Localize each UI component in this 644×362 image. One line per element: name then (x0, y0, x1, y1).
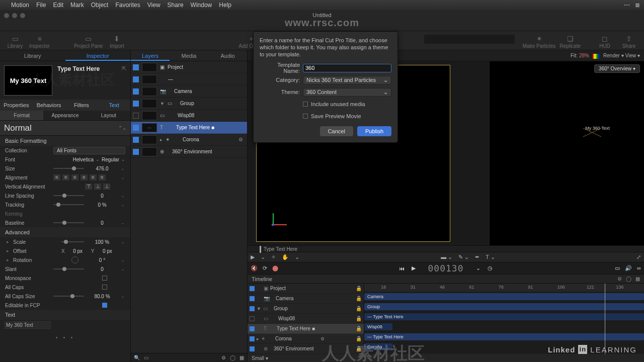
monospace-checkbox[interactable] (102, 276, 107, 281)
theme-select[interactable]: 360 Content⌄ (303, 88, 391, 97)
tab-library[interactable]: Library (0, 50, 65, 61)
visibility-checkbox[interactable] (133, 76, 139, 82)
chevron-updown-icon[interactable]: ⌃⌄ (118, 125, 126, 131)
font-family-select[interactable]: Helvetica (73, 157, 94, 162)
style-preset[interactable]: Normal (4, 123, 118, 133)
loop-icon[interactable]: ◯ (230, 355, 235, 360)
slant-value[interactable]: 0 (87, 266, 117, 272)
menu-view[interactable]: View (147, 2, 160, 9)
menu-object[interactable]: Object (91, 2, 109, 9)
lock-icon[interactable]: 🔒 (356, 346, 362, 351)
arrow-dropdown-icon[interactable]: ⌄ (261, 254, 265, 260)
play-icon[interactable]: ▶ (412, 265, 416, 272)
loop-icon-2[interactable]: ⟳ (263, 265, 267, 272)
disclosure-icon[interactable]: ▼ (160, 101, 165, 106)
timeline-tracks[interactable]: 163146617691106121136 CameraGroup— Type … (364, 284, 644, 354)
brush-tool-icon[interactable]: ✎ ⌄ (458, 254, 469, 260)
allcapssize-value[interactable]: 80.0 % (87, 294, 117, 299)
collection-select[interactable]: All Fonts (53, 147, 125, 154)
tl-bar-2[interactable]: — Type Text Here (364, 313, 644, 320)
text-tab-layout[interactable]: Layout (87, 111, 130, 120)
render-menu[interactable]: Render ▾ (603, 53, 624, 58)
visibility-checkbox[interactable] (133, 149, 139, 155)
size-slider[interactable] (53, 168, 84, 169)
tl-row-group[interactable]: ▼ ▭ Group 🔒 (248, 304, 364, 314)
cancel-button[interactable]: Cancel (320, 126, 353, 136)
tl-gear-icon[interactable]: ⚙ (617, 276, 622, 282)
tl-visibility-checkbox[interactable] (250, 296, 255, 301)
tl-row-corona[interactable]: ▸ ✶ Corona ⚙ 🔒 (248, 334, 364, 344)
tl-bar-0[interactable]: Camera (364, 293, 644, 300)
tl-bar-4[interactable]: — Type Text Here (364, 333, 644, 340)
valign-buttons[interactable]: ⊤⊥⊥ (85, 184, 110, 190)
tl-row-project[interactable]: ▣ Project 🔒 (248, 284, 364, 294)
layer-row-group[interactable]: ▼ ▭ Group (131, 98, 247, 110)
lock-icon[interactable]: 🔒 (356, 336, 362, 341)
visibility-checkbox[interactable] (133, 64, 139, 70)
text-content-field[interactable]: My 360 Text (5, 322, 50, 328)
scale-slider[interactable] (61, 241, 84, 242)
tc-chevron-icon[interactable]: ⌄ (476, 265, 480, 272)
lock-icon[interactable]: 🔒 (356, 286, 362, 291)
tab-inspector[interactable]: Inspector (65, 50, 131, 61)
infinity-icon[interactable]: ∞ (637, 265, 641, 272)
tl-bar-3[interactable]: Wisp08 (364, 323, 392, 330)
text-tab-format[interactable]: Format (0, 111, 43, 120)
scale-value[interactable]: 100 % (87, 239, 117, 245)
zoom-value[interactable]: 28% (579, 53, 589, 58)
more-dots-icon[interactable]: • • • (0, 334, 130, 340)
layer-row-camera[interactable]: 📷 Camera (131, 85, 247, 98)
grid-icon[interactable]: ▦ (239, 355, 244, 360)
overview-pill[interactable]: 360° Overview ▾ (594, 64, 640, 73)
menubar-right-1[interactable]: ⋯ (624, 2, 630, 9)
tl-visibility-checkbox[interactable] (250, 346, 255, 351)
rect-tool-icon[interactable]: ▬ ⌄ (441, 254, 452, 260)
visibility-checkbox[interactable] (133, 101, 139, 107)
lock-icon[interactable]: 🔒 (356, 296, 362, 301)
tab-media[interactable]: Media (170, 50, 208, 61)
pin-icon[interactable]: ⇱ (122, 65, 126, 72)
allcapssize-slider[interactable] (53, 296, 84, 297)
allcaps-checkbox[interactable] (102, 285, 107, 290)
font-weight-select[interactable]: Regular (102, 157, 119, 162)
tl-row-360°-environment[interactable]: ⊕ 360° Environment 🔒 (248, 344, 364, 354)
visibility-checkbox[interactable] (133, 88, 139, 95)
size-value[interactable]: 476.0 (87, 166, 117, 171)
lock-icon[interactable]: 🔒 (356, 326, 362, 331)
gear-icon[interactable]: ⚙ (221, 355, 226, 360)
baseline-slider[interactable] (53, 222, 84, 223)
subtab-filters[interactable]: Filters (65, 100, 98, 111)
menu-file[interactable]: File (36, 2, 46, 9)
view-menu[interactable]: View ▾ (625, 53, 640, 58)
prev-frame-icon[interactable]: ⏮ (399, 265, 405, 272)
tl-row-camera[interactable]: 📷 Camera 🔒 (248, 294, 364, 304)
visibility-checkbox[interactable] (133, 137, 139, 143)
layer-row-—[interactable]: — (131, 73, 247, 85)
disclosure-icon[interactable]: ▼ (257, 306, 261, 311)
tb-import[interactable]: ⬇Import (105, 34, 129, 49)
tl-bar-5[interactable]: Corona (364, 343, 392, 350)
mini-ruler[interactable]: Type Text Here (248, 245, 644, 252)
timecode[interactable]: 000130 (428, 263, 463, 274)
layer-row-corona[interactable]: ▸ ✶ Corona ⚙ (131, 134, 247, 146)
disclosure-icon[interactable]: ▸ (257, 336, 259, 341)
rotation-dial[interactable] (71, 256, 78, 263)
template-name-input[interactable] (303, 64, 391, 72)
tl-visibility-checkbox[interactable] (250, 326, 255, 331)
toolbar-search[interactable] (424, 35, 515, 44)
gear-icon[interactable]: ⚙ (320, 336, 325, 341)
gear-icon[interactable]: ⚙ (238, 137, 243, 142)
text-tool-icon[interactable]: T ⌄ (486, 254, 495, 260)
lock-icon[interactable]: 🔒 (356, 306, 362, 311)
text-tab-appearance[interactable]: Appearance (43, 111, 87, 120)
arrow-tool-icon[interactable]: ▶ (251, 254, 255, 260)
save-preview-checkbox[interactable] (303, 114, 308, 119)
tl-grid-icon[interactable]: ▦ (635, 276, 640, 282)
linespacing-value[interactable]: 0 (87, 193, 117, 199)
overview-panel[interactable]: 360° Overview ▾ My 360 Text (489, 61, 644, 245)
tl-visibility-checkbox[interactable] (250, 286, 255, 291)
tab-audio[interactable]: Audio (208, 50, 247, 61)
include-unused-checkbox[interactable] (303, 102, 308, 107)
offset-y[interactable]: 0 px (97, 248, 117, 254)
pen-tool-icon[interactable]: ✒ (475, 254, 479, 260)
